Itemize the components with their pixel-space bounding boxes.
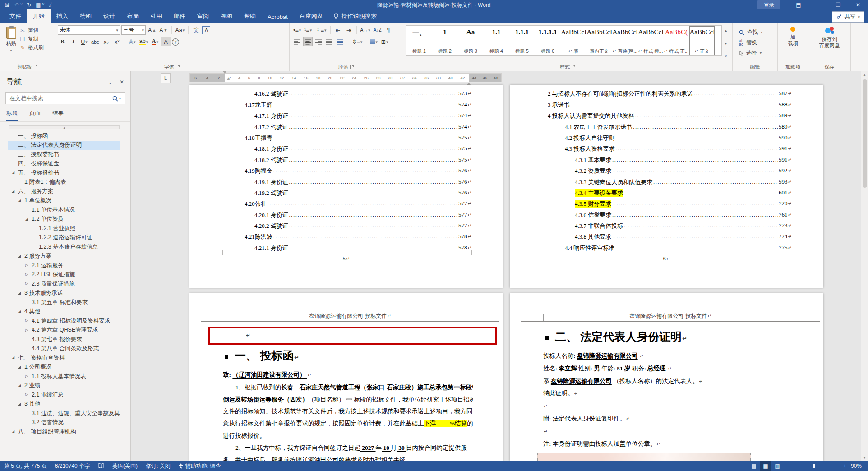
toc-row[interactable]: 4.19.1 身份证..............................… [223, 175, 471, 185]
language-indicator[interactable]: 英语(美国) [108, 462, 142, 470]
tab-7[interactable]: 引用 [144, 9, 168, 23]
expand-icon[interactable]: ▷ [25, 392, 28, 397]
style-item[interactable]: 1.1.1标题 5 [509, 26, 535, 55]
character-shading-button[interactable]: A [161, 37, 171, 46]
nav-heading-item[interactable]: ▷2.2 HSE保证措施 [8, 270, 120, 280]
asian-layout-button[interactable]: A↔▾ [360, 25, 371, 35]
track-changes-indicator[interactable]: 修订: 关闭 [142, 462, 175, 470]
print-layout-button[interactable]: ▦ [760, 461, 771, 471]
tab-6[interactable]: 布局 [121, 9, 144, 23]
increase-indent-button[interactable]: ⇥ [344, 25, 354, 35]
nav-heading-item[interactable]: ◢六、 服务方案 [8, 187, 120, 196]
nav-heading-item[interactable]: 四、 投标保证金 [8, 159, 120, 169]
nav-heading-item[interactable]: 三、 授权委托书 [8, 150, 120, 159]
share-button[interactable]: 共享▾ [832, 11, 864, 23]
word-count[interactable]: 6/210740 个字 [51, 462, 94, 470]
vertical-scrollbar[interactable]: ▲ ▼ [861, 71, 868, 461]
tracked-change-red-box[interactable]: ↵ [208, 327, 497, 345]
nav-heading-item[interactable]: 1.2.3 基本账户存款信息 [8, 242, 120, 252]
page-5[interactable]: 4.16.2 驾驶证..............................… [189, 85, 503, 288]
nav-heading-item[interactable]: 4.3 第七章 报价要求 [8, 335, 120, 344]
nav-heading-item[interactable]: ▷2.3 质量保证措施 [8, 279, 120, 289]
tab-2[interactable]: 开始 [27, 9, 51, 23]
toc-row[interactable]: 4.17.1 身份证..............................… [223, 109, 471, 120]
multilevel-list-button[interactable]: ⋮≡▾ [314, 25, 327, 35]
collapse-icon[interactable]: ◢ [18, 402, 21, 406]
indent-marker[interactable] [223, 74, 226, 78]
style-item[interactable]: AaBbCcDc↵ 表 [561, 26, 586, 55]
nav-heading-item[interactable]: ◢五、 投标报价书 [8, 168, 120, 178]
expand-icon[interactable]: ▷ [25, 282, 28, 286]
scroll-up-icon[interactable]: ▲ [861, 71, 868, 78]
styles-dialog-launcher[interactable] [572, 65, 576, 69]
strikethrough-button[interactable]: abc [90, 37, 100, 46]
font-name-select[interactable]: 宋体▾ [58, 25, 120, 35]
toc-row[interactable]: 4.3.6 信誉要求..............................… [543, 208, 792, 218]
nav-heading-item[interactable]: 3.2 信誉情况 [8, 418, 120, 428]
bullets-button[interactable]: •≡▾ [292, 25, 302, 35]
toc-row[interactable]: 4.17龙玉辉.................................… [223, 97, 471, 108]
nav-heading-item[interactable]: ◢4 其他 [8, 307, 120, 317]
scrollbar-thumb[interactable] [863, 79, 867, 188]
superscript-button[interactable]: x² [112, 37, 122, 46]
page-indicator[interactable]: 第 5 页, 共 775 页 [0, 462, 51, 470]
select-button[interactable]: 选择▾ [739, 49, 762, 57]
tell-me-search[interactable]: 操作说明搜索 [329, 12, 381, 23]
collapse-icon[interactable]: ◢ [25, 217, 28, 221]
toc-row[interactable]: 4.3.5 财务要求..............................… [543, 197, 792, 208]
collapse-icon[interactable]: ◢ [12, 189, 14, 193]
nav-heading-item[interactable]: ▷1.1 投标人基本情况表 [8, 372, 120, 381]
styles-scroll-down-icon[interactable]: ▼ [722, 37, 729, 51]
tab-1[interactable]: 文件 [4, 9, 27, 23]
toc-row[interactable]: 4.20.1 身份证..............................… [223, 208, 471, 218]
page-8[interactable]: 盘锦隆源运输有限公司-投标文件↵ 二、 法定代表人身份证明↵ 投标人名称: 盘锦… [510, 293, 823, 461]
nav-heading-item[interactable]: 一、 投标函 [8, 131, 120, 141]
signin-button[interactable]: 登录 [757, 0, 780, 9]
nav-tab-2[interactable]: 页面 [29, 110, 41, 121]
nav-chevron-down-icon[interactable]: ⌄ [108, 79, 112, 85]
align-left-button[interactable] [292, 37, 302, 46]
find-button[interactable]: 查找▾ [739, 28, 762, 36]
style-item[interactable]: AaBbCcDc↵ 普通(网... [612, 26, 638, 55]
nav-close-icon[interactable]: ✕ [120, 79, 124, 85]
toc-row[interactable]: 4.3 投标人资格要求.............................… [543, 142, 792, 152]
proofing-icon[interactable] [94, 463, 108, 469]
style-item[interactable]: 1标题 2 [432, 26, 458, 55]
expand-icon[interactable]: ▷ [25, 374, 28, 378]
shading-button[interactable]: ▾ [369, 37, 379, 46]
style-item[interactable]: 1.1.1.1标题 6 [535, 26, 561, 55]
subscript-button[interactable]: x₂ [102, 37, 111, 46]
nav-heading-item[interactable]: ▷4.1 第四章 招标说明及资料要求 [8, 316, 120, 326]
toc-row[interactable]: 4.2 投标人自律守则.............................… [543, 131, 792, 142]
text-effects-button[interactable]: A▾ [128, 37, 137, 46]
collapse-icon[interactable]: ◢ [18, 254, 21, 258]
accessibility-indicator[interactable]: 辅助功能: 调查 [175, 462, 225, 470]
right-indent-marker[interactable] [467, 78, 471, 83]
toc-row[interactable]: 4 投标人认为需要提交的其他资料........................… [543, 109, 792, 120]
nav-heading-item[interactable]: 1 附表1：偏离表 [8, 178, 120, 187]
toc-row[interactable]: 4.1 农民工工资发放承诺书..........................… [543, 120, 792, 130]
shrink-font-button[interactable]: A▼ [158, 25, 168, 35]
nav-search-dropdown-icon[interactable]: ▾ [119, 97, 121, 101]
ribbon-display-options-icon[interactable]: ⬒ [789, 0, 808, 10]
zoom-slider-thumb[interactable] [813, 464, 815, 468]
copy-button[interactable]: ❐复制 [19, 36, 44, 42]
nav-heading-item[interactable]: 3.1 第五章 标准和要求 [8, 298, 120, 307]
nav-heading-item[interactable]: ▷2.1 业绩汇总 [8, 390, 120, 400]
cut-button[interactable]: ✂剪切 [19, 27, 44, 34]
nav-heading-item[interactable]: 4.4 第八章 合同条款及格式 [8, 344, 120, 354]
styles-scroll-up-icon[interactable]: ▲ [722, 24, 729, 37]
nav-tab-3[interactable]: 结果 [52, 110, 64, 121]
tab-9[interactable]: 审阅 [191, 9, 215, 23]
nav-heading-item[interactable]: ◢3 技术服务承诺 [8, 289, 120, 298]
toc-row[interactable]: 4.19陶福金.................................… [223, 164, 471, 175]
tab-5[interactable]: 设计 [97, 9, 121, 23]
toc-row[interactable]: 4.3.4 主要设备要求............................… [543, 186, 792, 197]
nav-search-icon[interactable] [112, 96, 118, 102]
expand-icon[interactable]: ▷ [25, 319, 28, 323]
nav-heading-item[interactable]: ◢1.2 单位资质 [8, 215, 120, 224]
collapse-icon[interactable]: ◢ [12, 356, 14, 360]
underline-button[interactable]: U▾ [79, 37, 89, 46]
minimize-button[interactable]: — [808, 0, 828, 10]
enclose-characters-button[interactable]: 字 [172, 38, 179, 46]
